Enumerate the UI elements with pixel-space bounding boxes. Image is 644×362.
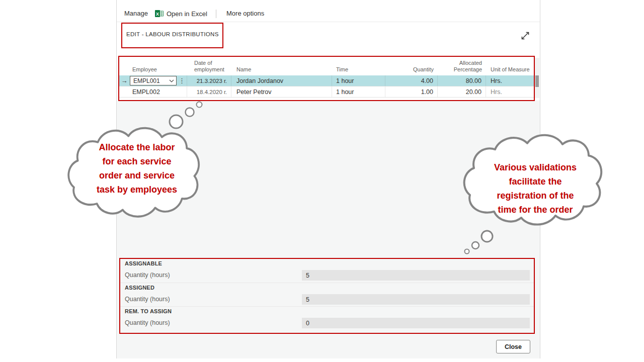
screenshot-stage: Manage X Open in Excel More options EDIT…: [0, 0, 644, 362]
group-heading: REM. TO ASSIGN: [125, 308, 530, 315]
cell-date-of-employment[interactable]: 21.3.2023 г.: [187, 75, 231, 86]
table-row-selected[interactable]: → EMPL001 ⋮ 21.3.2023 г. Jordan Jordanov…: [119, 75, 534, 86]
vertical-scrollbar[interactable]: [535, 58, 539, 98]
field-value-quantity-assigned: 5: [302, 294, 530, 305]
totals-group-rem-to-assign: REM. TO ASSIGN Quantity (hours) 0: [125, 308, 530, 328]
manage-button[interactable]: Manage: [124, 10, 148, 17]
employee-combobox[interactable]: EMPL001: [130, 76, 177, 85]
cell-unit-of-measure[interactable]: Hrs.: [486, 86, 534, 97]
chevron-down-icon: [169, 79, 174, 82]
cell-name[interactable]: Peter Petrov: [231, 86, 332, 97]
field-value-quantity-rem-to-assign: 0: [302, 318, 530, 328]
cell-employee[interactable]: EMPL001 ⋮: [129, 75, 187, 86]
column-header-time[interactable]: Time: [332, 57, 385, 75]
totals-group-assignable: ASSIGNABLE Quantity (hours) 5: [125, 260, 530, 281]
close-button[interactable]: Close: [496, 340, 530, 353]
expand-icon[interactable]: [519, 30, 531, 42]
field-value-quantity-assignable: 5: [302, 270, 530, 281]
field-label: Quantity (hours): [125, 272, 170, 279]
toolbar-separator-line: [117, 22, 540, 22]
cell-quantity[interactable]: 4.00: [385, 75, 438, 86]
column-header-name[interactable]: Name: [231, 57, 332, 75]
excel-icon: X: [155, 10, 164, 18]
table-row[interactable]: EMPL002 18.4.2020 г. Peter Petrov 1 hour…: [119, 86, 534, 98]
thought-bubble-right: [459, 129, 611, 255]
scrollbar-thumb[interactable]: [535, 75, 539, 87]
selected-row-arrow-icon: →: [121, 77, 128, 84]
column-header-unit-of-measure[interactable]: Unit of Measure: [486, 57, 534, 75]
open-in-excel-label: Open in Excel: [167, 10, 207, 18]
table-header-row: Employee Date of employment Name Time Qu…: [119, 57, 534, 75]
totals-group-assigned: ASSIGNED Quantity (hours) 5: [125, 285, 530, 305]
field-label: Quantity (hours): [125, 319, 170, 326]
row-selector-cell: [119, 86, 129, 97]
cell-unit-of-measure[interactable]: Hrs.: [486, 75, 534, 86]
cell-quantity[interactable]: 1.00: [385, 86, 438, 97]
cell-time[interactable]: 1 hour: [332, 75, 385, 86]
column-header-employee[interactable]: Employee: [129, 57, 187, 75]
column-header-marker: [119, 57, 129, 75]
cell-name[interactable]: Jordan Jordanov: [231, 75, 332, 86]
group-separator: [120, 283, 534, 283]
toolbar-divider: [216, 10, 216, 18]
group-separator: [120, 306, 534, 307]
column-header-date-of-employment[interactable]: Date of employment: [187, 57, 231, 75]
row-selector-cell[interactable]: →: [119, 75, 129, 86]
cell-date-of-employment[interactable]: 18.4.2020 г.: [187, 86, 231, 97]
open-in-excel-button[interactable]: X Open in Excel: [155, 10, 207, 18]
employee-combobox-value: EMPL001: [133, 77, 160, 84]
page-title: EDIT - LABOUR DISTRIBUTIONS: [126, 31, 219, 37]
more-options-button[interactable]: More options: [226, 10, 264, 17]
group-heading: ASSIGNABLE: [125, 260, 530, 267]
group-heading: ASSIGNED: [125, 285, 530, 291]
field-label: Quantity (hours): [125, 296, 170, 303]
cell-allocated-percentage[interactable]: 80.00: [438, 75, 486, 86]
cell-allocated-percentage[interactable]: 20.00: [438, 86, 486, 97]
cell-employee[interactable]: EMPL002: [129, 86, 187, 97]
column-header-quantity[interactable]: Quantity: [385, 57, 438, 75]
cell-time[interactable]: 1 hour: [332, 86, 385, 97]
svg-text:X: X: [156, 12, 159, 17]
thought-bubble-left: [64, 98, 210, 226]
column-header-allocated-percentage[interactable]: Allocated Percentage: [438, 57, 486, 75]
row-menu-icon[interactable]: ⋮: [179, 76, 185, 85]
